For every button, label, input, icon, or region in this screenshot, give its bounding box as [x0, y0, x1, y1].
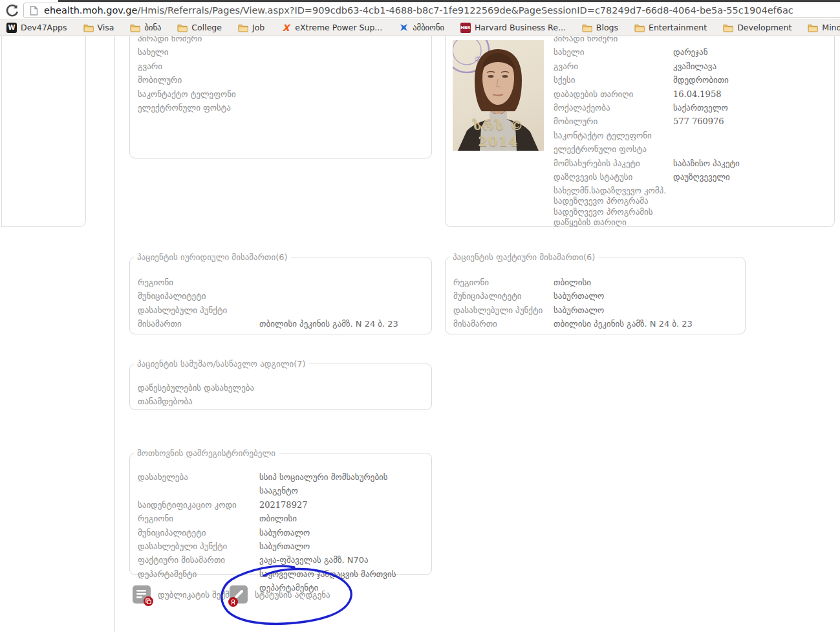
- field-label: მომსახურების პაკეტი: [554, 157, 673, 170]
- field-row: გვარიკვაშილავა: [554, 60, 828, 73]
- field-row: მუნიციპალიტეტისაბურთალო: [453, 289, 745, 303]
- field-label: სახელმწ.სადაზღვევო კომპ.: [554, 186, 673, 196]
- duplicate-document-icon: [133, 585, 151, 604]
- field-row: დასახლებული პუნქტისაბურთალო: [138, 539, 431, 553]
- field-row: ელექტრონული ფოსტა: [554, 142, 828, 156]
- field-label: სადეზღვევო პროგრამის დაწყების თარიღი: [554, 207, 673, 228]
- field-label: დასახელება: [138, 470, 259, 498]
- legal-address-fieldset: პაციენტის იურიდიული მისამართი(6) რეგიონი…: [129, 252, 432, 334]
- field-row: საკონტაქტო ტელეფონი: [138, 87, 431, 101]
- bookmark-label: ამბიონი: [413, 23, 444, 32]
- field-label: რეგიონი: [138, 276, 259, 289]
- page-favicon: [30, 6, 38, 16]
- field-row: ელექტრონული ფოსტა: [138, 101, 431, 114]
- action-label: დუბლიკატის შექმნა: [158, 590, 238, 600]
- browser-chrome: ehealth.moh.gov.ge/Hmis/Referrals/Pages/…: [0, 0, 840, 36]
- bookmark-item[interactable]: Development: [723, 23, 792, 33]
- field-row: სახელმწ.სადაზღვევო კომპ.: [554, 186, 828, 196]
- field-row: დასახლებული პუნქტისაბურთალო: [453, 303, 745, 317]
- field-label: საკონტაქტო ტელეფონი: [554, 129, 673, 142]
- field-row: მობილური: [138, 73, 431, 87]
- field-row: სახელიდარეჯან: [554, 45, 828, 59]
- field-row: მობილური577 760976: [554, 114, 828, 128]
- url-text: ehealth.moh.gov.ge/Hmis/Referrals/Pages/…: [44, 5, 793, 16]
- status-badge-icon: [228, 597, 238, 607]
- field-value: თბილისი პეკინის გამზ. N 24 ბ. 23: [554, 317, 693, 331]
- vertical-divider: [114, 36, 115, 632]
- bookmark-item[interactable]: Job: [238, 23, 264, 33]
- field-label: სახელი: [554, 45, 673, 59]
- field-value: საბურთალო: [259, 539, 310, 553]
- section-title: მოთხოვნის დამრეგისტრირებელი: [134, 448, 279, 458]
- url-path: /Hmis/Referrals/Pages/View.aspx?ID=909cd…: [138, 5, 793, 16]
- field-label: მუნიციპალიტეტი: [138, 526, 259, 539]
- url-row: ehealth.moh.gov.ge/Hmis/Referrals/Pages/…: [0, 2, 840, 19]
- bookmark-label: Visa: [98, 23, 114, 32]
- bookmark-label: Job: [252, 23, 264, 32]
- field-label: საიდენტიფიკაციო კოდი: [138, 498, 259, 512]
- bookmark-label: Mind Tools: [822, 23, 840, 32]
- field-label: დასახლებული პუნქტი: [138, 303, 259, 317]
- reload-icon[interactable]: [5, 3, 19, 17]
- folder-icon: [177, 23, 188, 33]
- field-label: სქესი: [554, 73, 673, 87]
- field-value: ვაჟა-ფშაველას გამზ. N70ა: [259, 553, 369, 567]
- field-label: რეგიონი: [453, 276, 554, 289]
- folder-icon: [238, 23, 248, 33]
- field-label: მობილური: [554, 114, 673, 128]
- field-label: მოქალაქეობა: [554, 101, 673, 114]
- field-row: დაბადების თარიღი16.04.1958: [554, 87, 828, 101]
- field-label: ელექტრონული ფოსტა: [138, 101, 259, 114]
- field-label: ელექტრონული ფოსტა: [554, 142, 673, 156]
- field-row: დასახელებასსიპ სოციალური მომსახურების სა…: [138, 470, 431, 498]
- field-value: მდედრობითი: [673, 73, 729, 87]
- field-value: 202178927: [259, 498, 307, 512]
- bookmark-item[interactable]: College: [177, 23, 222, 33]
- folder-icon: [634, 23, 645, 33]
- field-row: რეგიონი: [138, 276, 431, 289]
- field-label: დაზღვევის სტატუსი: [554, 170, 673, 184]
- field-label: სახელი: [138, 45, 259, 59]
- field-row: მუნიციპალიტეტი: [138, 289, 431, 303]
- folder-icon: [723, 23, 733, 33]
- bookmark-item[interactable]: Mind Tools: [808, 23, 840, 33]
- bookmark-item[interactable]: ბინა: [130, 23, 161, 33]
- photo-watermark: სრს © 2014: [453, 117, 544, 149]
- field-value: თბილისი პეკინის გამზ. N 24 ბ. 23: [259, 317, 398, 331]
- field-label: რეგიონი: [138, 512, 259, 525]
- field-row: მოქალაქეობასაქართველო: [554, 101, 828, 114]
- create-duplicate-button[interactable]: დუბლიკატის შექმნა: [133, 585, 238, 604]
- field-label: გვარი: [554, 60, 673, 73]
- field-value: საბურთალო: [554, 303, 604, 317]
- bookmark-item[interactable]: WDev47Apps: [6, 23, 67, 33]
- field-label: მობილური: [138, 73, 259, 87]
- section-title: პაციენტის იურიდიული მისამართი(6): [134, 252, 291, 262]
- patient-info-fieldset: ტჟ: [445, 12, 835, 227]
- duplicate-badge-icon: [144, 596, 153, 606]
- folder-icon: [130, 23, 140, 33]
- bookmark-item[interactable]: Entertainment: [634, 23, 707, 33]
- bookmarks-bar: WDev47AppsVisaბინაCollegeJobXeXtreme Pow…: [0, 19, 840, 36]
- field-row: სახელი: [138, 45, 431, 59]
- bookmark-item[interactable]: Blogs: [582, 23, 618, 33]
- bookmark-item[interactable]: HBRHarvard Business Re...: [460, 23, 566, 33]
- field-value: 577 760976: [673, 114, 724, 128]
- bookmark-item[interactable]: XeXtreme Power Sup...: [281, 23, 382, 33]
- work-place-fieldset: პაციენტის სამუშაო/სასწავლო ადგილი(7) დაწ…: [129, 359, 432, 410]
- folder-icon: [83, 23, 94, 33]
- field-label: დასახლებული პუნქტი: [453, 303, 554, 317]
- field-row: ფაქტიური მისამართივაჟა-ფშაველას გამზ. N7…: [138, 553, 431, 567]
- field-value: საბაზისო პაკეტი: [673, 157, 740, 170]
- field-row: რეგიონითბილისი: [453, 276, 745, 289]
- field-label: დაბადების თარიღი: [554, 87, 673, 101]
- field-value: საბურთალო: [554, 289, 604, 303]
- url-bar[interactable]: ehealth.moh.gov.ge/Hmis/Referrals/Pages/…: [23, 3, 840, 18]
- bookmark-label: ბინა: [144, 23, 161, 32]
- field-value: თბილისი: [259, 512, 297, 525]
- field-label: მუნიციპალიტეტი: [453, 289, 554, 303]
- field-label: საკონტაქტო ტელეფონი: [138, 87, 259, 101]
- field-label: თანამდებობა: [138, 395, 259, 408]
- bookmark-item[interactable]: ამბიონი: [398, 23, 444, 33]
- restore-status-button[interactable]: სტატუსის აღდგენა: [230, 585, 330, 604]
- bookmark-item[interactable]: Visa: [83, 23, 114, 33]
